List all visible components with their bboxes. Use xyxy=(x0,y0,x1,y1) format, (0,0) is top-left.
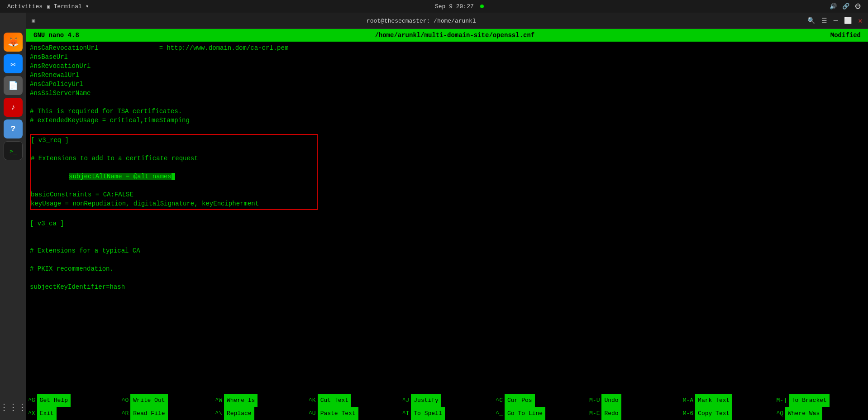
shortcut-key-get-help: ^G xyxy=(26,397,37,404)
nano-header: GNU nano 4.8 /home/arunkl/multi-domain-s… xyxy=(26,29,868,42)
shortcut-label-read-file: Read File xyxy=(130,407,167,420)
shortcut-label-paste-text: Paste Text xyxy=(318,407,358,420)
rhythmbox-icon[interactable]: ♪ xyxy=(4,98,23,117)
editor-empty-line xyxy=(30,237,864,246)
terminal-window-icon: ▣ xyxy=(32,17,35,24)
shortcut-get-help[interactable]: ^G Get Help xyxy=(26,394,120,407)
help-icon[interactable]: ? xyxy=(4,119,23,138)
editor-empty-line xyxy=(30,228,864,237)
selection-region: [ v3_req ] # Extensions to add to a cert… xyxy=(30,134,318,210)
app-grid-icon[interactable]: ⋮⋮⋮ xyxy=(4,397,23,416)
shortcut-key-to-spell: ^T xyxy=(401,410,411,417)
maximize-button[interactable]: ⬜ xyxy=(844,17,852,24)
shortcut-key-replace: ^\ xyxy=(213,410,224,417)
search-icon[interactable]: 🔍 xyxy=(807,17,815,24)
terminal-app-icon[interactable]: >_ xyxy=(4,141,23,160)
shortcut-cut-text[interactable]: ^K Cut Text xyxy=(307,394,401,407)
shortcut-label-get-help: Get Help xyxy=(37,394,71,407)
shortcut-to-spell[interactable]: ^T To Spell xyxy=(401,407,494,420)
nano-editor: GNU nano 4.8 /home/arunkl/multi-domain-s… xyxy=(26,29,868,420)
thunderbird-icon[interactable]: ✉ xyxy=(4,54,23,73)
editor-line: basicConstraints = CA:FALSE xyxy=(31,190,317,199)
editor-line: #nsRenewalUrl xyxy=(30,71,864,80)
shortcut-key-cut-text: ^K xyxy=(307,397,318,404)
system-bar-right: 🔊 🔗 ⏻ xyxy=(830,3,861,10)
shortcut-key-paste-text: ^U xyxy=(307,410,318,417)
shortcut-label-cur-pos: Cur Pos xyxy=(505,394,535,407)
shortcut-write-out[interactable]: ^O Write Out xyxy=(120,394,214,407)
shortcut-exit[interactable]: ^X Exit xyxy=(26,407,120,420)
terminal-icon-small: ▣ xyxy=(47,4,50,10)
shortcut-key-mark-text: M-A xyxy=(681,397,695,404)
activities-button[interactable]: Activities xyxy=(7,3,43,10)
shortcut-label-where-is: Where Is xyxy=(224,394,258,407)
editor-line: #nsCaPolicyUrl xyxy=(30,80,864,89)
editor-line: #nsRevocationUrl xyxy=(30,62,864,71)
nano-footer: ^G Get Help ^O Write Out ^W Where Is ^K … xyxy=(26,394,868,420)
highlighted-text: subjectAltName = @alt_names xyxy=(69,173,172,180)
shortcut-key-cur-pos: ^C xyxy=(494,397,505,404)
files-icon[interactable]: 📄 xyxy=(4,76,23,95)
editor-line: # Extensions for a typical CA xyxy=(30,246,864,255)
shortcut-where-was[interactable]: ^Q Where Was xyxy=(774,407,868,420)
shortcut-label-where-was: Where Was xyxy=(785,407,822,420)
datetime: Sep 9 20:27 xyxy=(435,3,474,10)
editor-line: #nsCaRevocationUrl = http://www.domain.d… xyxy=(30,43,864,52)
editor-line-highlighted: subjectAltName = @alt_names xyxy=(31,163,317,190)
window-title-left: ▣ xyxy=(32,17,35,24)
shortcut-cur-pos[interactable]: ^C Cur Pos xyxy=(494,394,587,407)
system-bar-center: Sep 9 20:27 xyxy=(435,3,484,10)
editor-empty-line xyxy=(30,273,864,282)
window-title-center: root@thesecmaster: /home/arunkl xyxy=(367,17,476,25)
speaker-icon[interactable]: 🔊 xyxy=(830,3,837,10)
shortcut-justify[interactable]: ^J Justify xyxy=(401,394,494,407)
window-title-bar: ▣ root@thesecmaster: /home/arunkl 🔍 ☰ ─ … xyxy=(26,13,868,29)
shortcut-label-redo: Redo xyxy=(601,407,621,420)
editor-area[interactable]: #nsCaRevocationUrl = http://www.domain.d… xyxy=(26,42,868,394)
close-button[interactable]: ✕ xyxy=(858,16,863,25)
shortcut-label-to-bracket: To Bracket xyxy=(789,394,830,407)
shortcut-key-copy-text: M-6 xyxy=(681,410,695,417)
shortcut-undo[interactable]: M-U Undo xyxy=(587,394,681,407)
editor-empty-line xyxy=(30,98,864,107)
shortcut-label-replace: Replace xyxy=(224,407,254,420)
shortcut-key-where-is: ^W xyxy=(213,397,224,404)
shortcut-paste-text[interactable]: ^U Paste Text xyxy=(307,407,401,420)
terminal-menu[interactable]: ▣ Terminal ▾ xyxy=(47,3,89,10)
terminal-window: ▣ root@thesecmaster: /home/arunkl 🔍 ☰ ─ … xyxy=(26,13,868,420)
editor-line: # Extensions to add to a certificate req… xyxy=(31,154,317,163)
window-controls: 🔍 ☰ ─ ⬜ ✕ xyxy=(807,16,863,25)
firefox-icon[interactable]: 🦊 xyxy=(4,33,23,52)
shortcut-go-to-line[interactable]: ^_ Go To Line xyxy=(494,407,587,420)
shortcut-key-where-was: ^Q xyxy=(774,410,785,417)
power-icon[interactable]: ⏻ xyxy=(855,3,861,10)
minimize-button[interactable]: ─ xyxy=(834,17,838,25)
editor-line: # This is required for TSA certificates. xyxy=(30,107,864,116)
shortcut-label-go-to-line: Go To Line xyxy=(505,407,545,420)
chevron-down-icon: ▾ xyxy=(86,3,89,10)
shortcut-redo[interactable]: M-E Redo xyxy=(587,407,681,420)
menu-icon[interactable]: ☰ xyxy=(821,17,827,24)
status-dot xyxy=(480,5,484,8)
network-icon[interactable]: 🔗 xyxy=(842,3,849,10)
shortcut-label-exit: Exit xyxy=(37,407,57,420)
editor-line: # PKIX recommendation. xyxy=(30,264,864,273)
shortcut-mark-text[interactable]: M-A Mark Text xyxy=(681,394,775,407)
editor-line: [ v3_ca ] xyxy=(30,219,864,228)
system-bar-left: Activities ▣ Terminal ▾ xyxy=(7,3,89,10)
shortcut-read-file[interactable]: ^R Read File xyxy=(120,407,214,420)
shortcut-key-undo: M-U xyxy=(587,397,601,404)
nano-filepath: /home/arunkl/multi-domain-site/openssl.c… xyxy=(375,32,534,39)
shortcut-to-bracket[interactable]: M-] To Bracket xyxy=(774,394,868,407)
editor-line: [ v3_req ] xyxy=(31,136,317,145)
editor-empty-line xyxy=(30,125,864,134)
shortcut-label-copy-text: Copy Text xyxy=(695,407,732,420)
shortcut-key-write-out: ^O xyxy=(120,397,131,404)
shortcut-copy-text[interactable]: M-6 Copy Text xyxy=(681,407,775,420)
shortcut-key-read-file: ^R xyxy=(120,410,131,417)
shortcut-key-go-to-line: ^_ xyxy=(494,410,505,417)
shortcut-where-is[interactable]: ^W Where Is xyxy=(213,394,307,407)
editor-line: #nsSslServerName xyxy=(30,89,864,98)
shortcut-replace[interactable]: ^\ Replace xyxy=(213,407,307,420)
shortcut-label-undo: Undo xyxy=(601,394,621,407)
